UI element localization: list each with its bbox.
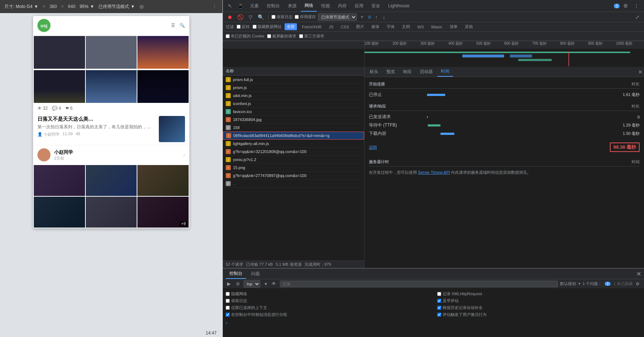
file-item-prism[interactable]: J prism.js (223, 84, 364, 92)
menu-icon[interactable]: ☰ (171, 23, 175, 28)
blocked-requests-input[interactable] (267, 34, 271, 38)
server-timing-link[interactable]: Server Timing API (418, 170, 450, 174)
tab-preview[interactable]: 预览 (383, 67, 399, 76)
tab-initiator[interactable]: 启动器 (416, 67, 436, 76)
preserve-log-input[interactable] (271, 15, 275, 19)
user-activation-checkbox[interactable] (437, 313, 441, 317)
more-options-btn[interactable]: ⋮ (632, 1, 641, 10)
filter-manifest-btn[interactable]: 清单 (447, 23, 460, 30)
selected-context-setting[interactable]: 仅限已选择的上下文 (226, 305, 430, 310)
tab-performance[interactable]: 性能 (318, 1, 334, 11)
import-btn[interactable]: ↑ (374, 13, 379, 21)
console-run-btn[interactable]: ▶ (226, 280, 232, 287)
user-row[interactable]: 小赵同学 2天前 › (33, 145, 189, 164)
file-item-more[interactable]: D ... (223, 180, 364, 188)
blocked-cookie-checkbox[interactable]: 有已拦截的 Cookie (226, 33, 264, 39)
tab-headers[interactable]: 标头 (366, 67, 382, 76)
throttle-select[interactable]: 已停用节流模式 (318, 13, 357, 21)
third-party-input[interactable] (299, 34, 303, 38)
hide-data-urls-checkbox[interactable]: 隐藏数据网址 (253, 24, 282, 29)
file-item-jpg[interactable]: I 1874336804.jpg (223, 116, 364, 124)
record-btn[interactable]: ⏺ (226, 13, 234, 21)
hide-data-urls-input[interactable] (253, 25, 257, 29)
filter-img-btn[interactable]: 图片 (354, 23, 366, 30)
gallery-img-1[interactable] (34, 165, 85, 196)
user-activation-setting[interactable]: 评估触发了用户激活行为 (437, 312, 641, 317)
file-item-qq2[interactable]: I g?b=qq&nk=277470897@qq.com&s=100 (223, 172, 364, 180)
blocked-cookie-input[interactable] (226, 34, 230, 38)
search-icon[interactable]: 🔍 (180, 23, 185, 28)
file-item-iconfont[interactable]: J iconfont.js (223, 100, 364, 108)
gallery-img-3[interactable] (137, 165, 189, 196)
eager-eval-setting[interactable]: 及早评估 (437, 298, 641, 304)
third-party-checkbox[interactable]: 第三方请求 (299, 33, 324, 39)
gallery-img-6[interactable]: +9 (137, 197, 189, 228)
explain-link[interactable]: 说明 (369, 145, 377, 150)
eye-btn[interactable]: 👁 (270, 280, 278, 287)
mobile-header-icons[interactable]: ☰ 🔍 (171, 23, 185, 28)
clear-btn[interactable]: 🚫 (236, 13, 245, 21)
tab-lighthouse[interactable]: Lighthouse (385, 1, 413, 11)
device-selector[interactable]: 尺寸: Moto G4 ▼ (4, 4, 38, 10)
throttle-selector[interactable]: 已停用节流模式 ▼ (98, 4, 135, 10)
img-6[interactable] (137, 70, 189, 103)
autocomplete-setting[interactable]: 根据历史记录自动补全 (437, 305, 641, 310)
img-5[interactable] (86, 70, 137, 103)
filter-btn[interactable]: ▽ (247, 13, 254, 21)
settings-btn[interactable]: ⚙ (621, 1, 630, 10)
filter-js-btn[interactable]: JS (327, 24, 336, 30)
file-item-158[interactable]: D 158 (223, 124, 364, 132)
log-level-select[interactable]: top (243, 280, 260, 288)
tab-elements[interactable]: 元素 (246, 1, 262, 11)
img-1[interactable] (34, 36, 85, 69)
filter-font-btn[interactable]: 字体 (385, 23, 397, 30)
file-list-scroll[interactable]: J prism.full.js J prism.js J uikit.min.j… (223, 76, 364, 261)
preserve-log-setting[interactable]: 保留日志 (226, 298, 430, 304)
filter-fetch-btn[interactable]: Fetch/XHR (300, 24, 324, 30)
record-xhr-setting[interactable]: 记录 XMLHttpRequest (437, 291, 641, 297)
filter-css-btn[interactable]: CSS (339, 24, 351, 30)
autocomplete-checkbox[interactable] (437, 306, 441, 310)
more-btn[interactable]: ⋮ (211, 4, 218, 10)
tab-application[interactable]: 应用 (351, 1, 367, 11)
gallery-img-2[interactable] (86, 165, 137, 196)
filter-wasm-btn[interactable]: Wasm (429, 24, 444, 30)
file-item-15png[interactable]: I 15.png (223, 164, 364, 172)
expand-console-btn[interactable]: › (226, 320, 641, 325)
group-similar-checkbox[interactable] (226, 313, 230, 317)
invert-checkbox[interactable]: 反转 (237, 24, 250, 29)
tab-sources[interactable]: 来源 (284, 1, 300, 11)
preserve-log-console-checkbox[interactable] (226, 299, 230, 303)
img-4[interactable] (34, 70, 85, 103)
hide-network-checkbox[interactable] (226, 292, 230, 296)
zoom-selector[interactable]: 95% ▼ (80, 4, 94, 9)
disable-cache-checkbox[interactable]: 停用缓存 (295, 14, 316, 20)
img-2[interactable] (86, 36, 137, 69)
filter-doc-btn[interactable]: 文档 (400, 23, 412, 30)
filter-other-btn[interactable]: 其他 (463, 23, 475, 30)
search-btn[interactable]: 🔍 (256, 13, 265, 21)
console-filter-input[interactable] (280, 281, 558, 287)
export-btn[interactable]: ↓ (381, 13, 387, 21)
selected-context-checkbox[interactable] (226, 306, 230, 310)
record-xhr-checkbox[interactable] (437, 292, 441, 296)
console-stop-btn[interactable]: ⊘ (234, 280, 241, 287)
gallery-img-4[interactable] (34, 197, 85, 228)
tab-security[interactable]: 安全 (368, 1, 384, 11)
filter-media-btn[interactable]: 媒体 (369, 23, 382, 30)
console-settings-btn[interactable]: ⚙ (634, 281, 641, 287)
invert-input[interactable] (237, 25, 241, 29)
img-3[interactable] (137, 36, 189, 69)
group-similar-setting[interactable]: 在控制台中对相似消息进行分组 (226, 312, 430, 317)
tab-response[interactable]: 响应 (399, 67, 415, 76)
filter-all-btn[interactable]: 全部 (285, 23, 297, 30)
tab-memory[interactable]: 内存 (334, 1, 350, 11)
file-item-uikit[interactable]: J uikit.min.js (223, 92, 364, 100)
file-item-favicon[interactable]: I favicon.ico (223, 108, 364, 116)
preserve-log-checkbox[interactable]: 保留日志 (271, 14, 293, 20)
file-item-yoniu[interactable]: J yoniu.js?v1.2 (223, 156, 364, 164)
file-item-avatar[interactable]: I 08f9cdacb83a984411a94b60fddfbdcd?s=&d=… (223, 132, 364, 140)
filter-ws-btn[interactable]: WS (415, 24, 426, 30)
post-article[interactable]: 日落又不是天天这么美… 第一次拍日落系列，日落真的太美了，有几张是我拍的，… 👤… (33, 113, 189, 145)
file-item-lightgallery[interactable]: J lightgallery-all.min.js (223, 140, 364, 148)
